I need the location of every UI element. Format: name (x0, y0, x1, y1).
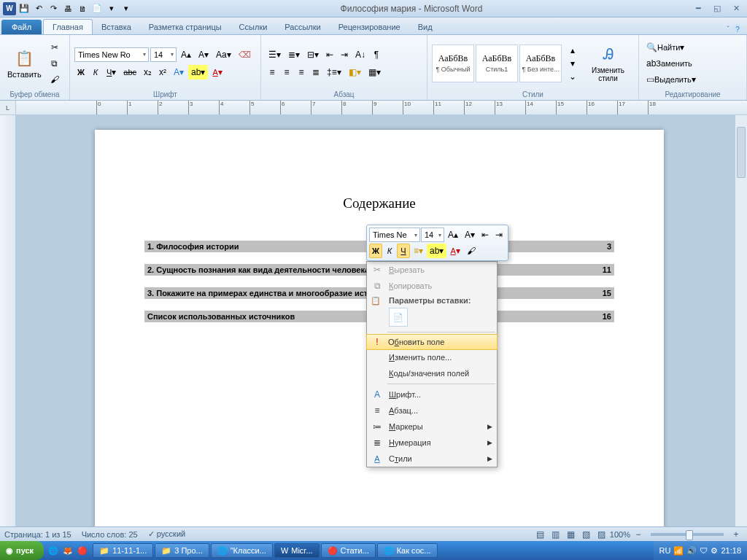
change-case-icon[interactable]: Aa▾ (213, 47, 234, 62)
mini-align-icon[interactable]: ≡▾ (411, 244, 426, 258)
ctx-copy[interactable]: ⧉Копировать (367, 278, 497, 294)
mini-italic[interactable]: К (383, 244, 396, 258)
paste-button[interactable]: 📋 Вставить (4, 47, 44, 80)
word-icon[interactable]: W (3, 2, 16, 15)
mini-highlight-icon[interactable]: ab▾ (427, 244, 446, 258)
horizontal-ruler[interactable]: 0123456789101112131415161718 (16, 101, 747, 114)
text-effects-icon[interactable]: A▾ (171, 65, 187, 79)
preview-icon[interactable]: 🗎 (76, 2, 89, 15)
tray-icon-4[interactable]: ⚙ (711, 546, 718, 556)
help-icon[interactable]: ? (732, 24, 743, 34)
view-draft-icon[interactable]: ▨ (595, 527, 608, 542)
qat-extra-icon[interactable]: ▾ (120, 2, 133, 15)
underline-button[interactable]: Ч▾ (104, 65, 119, 79)
shading-icon[interactable]: ◧▾ (346, 65, 364, 79)
style-gallery[interactable]: АаБбВв¶ Обычный АаБбВвСтиль1 АаБбВв¶ Без… (432, 44, 562, 82)
style-nospacing[interactable]: АаБбВв¶ Без инте... (519, 44, 562, 82)
tab-insert[interactable]: Вставка (93, 20, 140, 34)
style-more-icon[interactable]: ⌄ (566, 71, 579, 82)
multilevel-icon[interactable]: ⊟▾ (304, 47, 322, 62)
mini-inc-indent-icon[interactable]: ⇥ (492, 228, 506, 242)
ctx-numbering[interactable]: ≣Нумерация▶ (367, 435, 497, 451)
status-words[interactable]: Число слов: 25 (82, 530, 138, 539)
style-row-down-icon[interactable]: ▾ (566, 58, 579, 69)
scroll-thumb[interactable] (737, 127, 746, 178)
tab-view[interactable]: Вид (409, 20, 441, 34)
tray-clock[interactable]: 21:18 (721, 546, 741, 555)
tab-mailings[interactable]: Рассылки (276, 20, 329, 34)
tab-references[interactable]: Ссылки (231, 20, 276, 34)
undo-icon[interactable]: ↶ (32, 2, 45, 15)
zoom-out-icon[interactable]: − (632, 527, 645, 542)
minimize-button[interactable]: ━ (690, 3, 706, 15)
save-icon[interactable]: 💾 (18, 2, 31, 15)
redo-icon[interactable]: ↷ (47, 2, 60, 15)
bullets-icon[interactable]: ☰▾ (266, 47, 284, 62)
mini-size-combo[interactable]: 14 (421, 228, 444, 242)
bold-button[interactable]: Ж (74, 65, 88, 79)
ctx-cut[interactable]: ✂Вырезать (367, 262, 497, 278)
status-lang[interactable]: ✓ русский (148, 529, 186, 539)
ctx-toggle-codes[interactable]: Коды/значения полей (367, 365, 497, 381)
task-1[interactable]: 📁 11-11-1... (93, 543, 153, 558)
tab-selector[interactable]: L (0, 101, 16, 114)
font-color-icon[interactable]: A▾ (209, 65, 225, 79)
grow-font-icon[interactable]: A▴ (178, 47, 194, 62)
task-6[interactable]: 🌐 Как сос... (377, 543, 438, 558)
new-icon[interactable]: 📄 (90, 2, 104, 15)
task-word[interactable]: W Micr... (274, 543, 320, 558)
ctx-paragraph[interactable]: ≡Абзац... (367, 402, 497, 419)
mini-painter-icon[interactable]: 🖌 (464, 244, 479, 258)
ctx-bullets[interactable]: ≔Маркеры▶ (367, 419, 497, 435)
print-icon[interactable]: 🖶 (61, 2, 74, 15)
start-button[interactable]: ◉ пуск (0, 541, 44, 560)
style-style1[interactable]: АаБбВвСтиль1 (476, 44, 518, 82)
mini-grow-icon[interactable]: A▴ (445, 228, 461, 242)
view-read-icon[interactable]: ▥ (549, 527, 562, 542)
qat-more-icon[interactable]: ▾ (105, 2, 118, 15)
dec-indent-icon[interactable]: ⇤ (323, 47, 336, 62)
vertical-ruler[interactable] (0, 115, 16, 526)
ql-ie-icon[interactable]: 🌐 (47, 544, 60, 557)
tab-home[interactable]: Главная (43, 19, 93, 34)
align-center-icon[interactable]: ≡ (280, 65, 293, 79)
tray-lang[interactable]: RU (659, 546, 671, 555)
mini-font-combo[interactable]: Times Ne (369, 228, 420, 242)
numbering-icon[interactable]: ≣▾ (285, 47, 303, 62)
sort-icon[interactable]: A↓ (352, 47, 368, 62)
replace-button[interactable]: ab Заменить (643, 56, 708, 71)
tab-file[interactable]: Файл (1, 20, 42, 34)
tray-icon-3[interactable]: 🛡 (700, 546, 708, 555)
task-5[interactable]: 🔴 Стати... (321, 543, 376, 558)
zoom-slider[interactable] (651, 533, 724, 536)
shrink-font-icon[interactable]: A▾ (196, 47, 212, 62)
tab-layout[interactable]: Разметка страницы (140, 20, 231, 34)
ctx-font[interactable]: AШрифт... (367, 386, 497, 402)
line-spacing-icon[interactable]: ‡≡▾ (324, 65, 344, 79)
align-left-icon[interactable]: ≡ (266, 65, 279, 79)
italic-button[interactable]: К (89, 65, 102, 79)
ctx-update-field[interactable]: !Обновить поле (366, 334, 498, 350)
strike-button[interactable]: abc (120, 65, 139, 79)
font-size-combo[interactable]: 14 (150, 47, 177, 62)
format-painter-icon[interactable]: 🖌 (47, 72, 62, 87)
inc-indent-icon[interactable]: ⇥ (338, 47, 351, 62)
select-button[interactable]: ▭ Выделить ▾ (643, 72, 708, 87)
ctx-edit-field[interactable]: Изменить поле... (367, 349, 497, 365)
ql-opera-icon[interactable]: 🔴 (76, 544, 89, 557)
vertical-scrollbar[interactable] (735, 115, 747, 526)
task-3[interactable]: 🌐 "Класси... (211, 543, 273, 558)
close-button[interactable]: ✕ (728, 3, 744, 15)
highlight-icon[interactable]: ab▾ (188, 65, 208, 79)
style-row-up-icon[interactable]: ▴ (566, 44, 579, 56)
status-page[interactable]: Страница: 1 из 15 (4, 530, 71, 539)
zoom-level[interactable]: 100% (610, 530, 630, 539)
subscript-button[interactable]: x₂ (141, 65, 155, 79)
show-marks-icon[interactable]: ¶ (370, 47, 383, 62)
task-2[interactable]: 📁 3 Про... (155, 543, 209, 558)
find-button[interactable]: 🔍 Найти ▾ (643, 40, 708, 55)
align-right-icon[interactable]: ≡ (295, 65, 308, 79)
mini-shrink-icon[interactable]: A▾ (462, 228, 478, 242)
maximize-button[interactable]: ◱ (709, 3, 725, 15)
view-print-icon[interactable]: ▤ (533, 527, 547, 542)
